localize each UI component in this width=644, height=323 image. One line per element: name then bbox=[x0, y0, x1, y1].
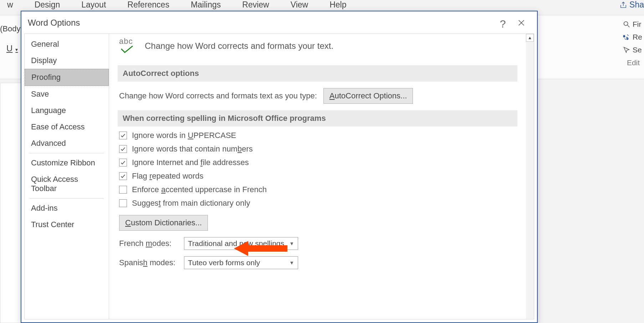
proofing-icon: abc bbox=[119, 37, 138, 55]
nav-general[interactable]: General bbox=[25, 36, 109, 52]
scroll-up-button[interactable]: ▲ bbox=[526, 34, 534, 42]
select-icon bbox=[623, 46, 630, 54]
checkbox[interactable] bbox=[119, 172, 127, 180]
chevron-down-icon: ▼ bbox=[289, 260, 294, 266]
dialog-title: Word Options bbox=[28, 18, 80, 28]
nav-trust-center[interactable]: Trust Center bbox=[25, 216, 109, 233]
ribbon-tab-layout[interactable]: Layout bbox=[81, 0, 106, 10]
ribbon-tab-review[interactable]: Review bbox=[242, 0, 269, 10]
svg-text:b: b bbox=[627, 37, 628, 40]
checkbox-label: Flag repeated words bbox=[132, 171, 204, 181]
nav-advanced[interactable]: Advanced bbox=[25, 135, 109, 152]
find-icon bbox=[623, 20, 630, 28]
ribbon-tab-view[interactable]: View bbox=[291, 0, 308, 10]
french-modes-label: French modes: bbox=[119, 239, 176, 248]
checkbox[interactable] bbox=[119, 199, 127, 207]
spanish-modes-label: Spanish modes: bbox=[119, 258, 176, 267]
close-icon bbox=[517, 19, 525, 27]
nav-display[interactable]: Display bbox=[25, 52, 109, 69]
nav-add-ins[interactable]: Add-ins bbox=[25, 200, 109, 216]
checkbox[interactable] bbox=[119, 132, 127, 139]
nav-proofing[interactable]: Proofing bbox=[25, 69, 109, 86]
editing-group-label: Edit bbox=[623, 56, 644, 69]
checkbox-label: Ignore words in UPPERCASE bbox=[132, 131, 236, 140]
checkbox[interactable] bbox=[119, 159, 127, 166]
svg-point-0 bbox=[624, 22, 628, 26]
select-button[interactable]: Se bbox=[623, 43, 644, 56]
checkbox-label: Suggest from main dictionary only bbox=[132, 199, 250, 208]
spanish-modes-combo[interactable]: Tuteo verb forms only ▼ bbox=[184, 256, 298, 269]
options-nav: General Display Proofing Save Language E… bbox=[24, 34, 109, 319]
french-modes-value: Traditional and new spellings bbox=[188, 239, 284, 248]
checkbox-label: Ignore words that contain numbers bbox=[132, 144, 253, 154]
autocorrect-options-button[interactable]: AutoCorrect Options... bbox=[323, 88, 413, 104]
checkbox[interactable] bbox=[119, 145, 127, 153]
checkbox-label: Ignore Internet and file addresses bbox=[132, 158, 249, 167]
ribbon-tabs: w Design Layout References Mailings Revi… bbox=[0, 0, 644, 11]
dialog-close-button[interactable] bbox=[513, 16, 529, 29]
vertical-scrollbar[interactable]: ▲ bbox=[526, 34, 534, 319]
dialog-help-button[interactable]: ? bbox=[496, 18, 509, 30]
svg-text:a: a bbox=[623, 34, 625, 38]
autocorrect-desc: Change how Word corrects and formats tex… bbox=[119, 91, 317, 101]
replace-button[interactable]: ab Re bbox=[623, 31, 644, 43]
chevron-down-icon: ▼ bbox=[289, 241, 294, 246]
share-icon bbox=[619, 1, 627, 9]
font-name-combo[interactable]: (Body) bbox=[0, 24, 23, 34]
find-button[interactable]: Fir bbox=[623, 18, 644, 31]
ribbon-tab-references[interactable]: References bbox=[127, 0, 169, 10]
custom-dictionaries-button[interactable]: Custom Dictionaries... bbox=[119, 215, 208, 231]
options-content: abc Change how Word corrects and formats… bbox=[109, 34, 526, 319]
ribbon-tab-design[interactable]: Design bbox=[35, 0, 60, 10]
section-spelling: When correcting spelling in Microsoft Of… bbox=[118, 110, 517, 127]
nav-language[interactable]: Language bbox=[25, 102, 109, 119]
nav-quick-access-toolbar[interactable]: Quick Access Toolbar bbox=[25, 171, 109, 197]
spanish-modes-value: Tuteo verb forms only bbox=[188, 258, 260, 267]
ribbon-tab-mailings[interactable]: Mailings bbox=[191, 0, 221, 10]
svg-line-1 bbox=[628, 25, 630, 27]
underline-button[interactable]: U▾ bbox=[6, 43, 18, 53]
ribbon-tab-help[interactable]: Help bbox=[329, 0, 346, 10]
share-button[interactable]: Sha bbox=[619, 0, 644, 10]
page-subtitle: Change how Word corrects and formats you… bbox=[145, 41, 333, 51]
nav-save[interactable]: Save bbox=[25, 86, 109, 102]
nav-customize-ribbon[interactable]: Customize Ribbon bbox=[25, 155, 109, 171]
checkbox-label: Enforce accented uppercase in French bbox=[132, 185, 267, 194]
section-autocorrect: AutoCorrect options bbox=[118, 65, 517, 82]
word-options-dialog: Word Options ? General Display Proofing … bbox=[21, 11, 538, 323]
replace-icon: ab bbox=[623, 33, 630, 41]
nav-separator bbox=[30, 198, 104, 199]
nav-separator bbox=[30, 153, 104, 153]
nav-ease-of-access[interactable]: Ease of Access bbox=[25, 119, 109, 135]
share-label: Sha bbox=[629, 0, 644, 10]
checkbox[interactable] bbox=[119, 186, 127, 194]
ribbon-tab[interactable]: w bbox=[7, 0, 13, 10]
editing-group: Fir ab Re Se Edit bbox=[623, 18, 644, 69]
french-modes-combo[interactable]: Traditional and new spellings ▼ bbox=[184, 237, 298, 250]
